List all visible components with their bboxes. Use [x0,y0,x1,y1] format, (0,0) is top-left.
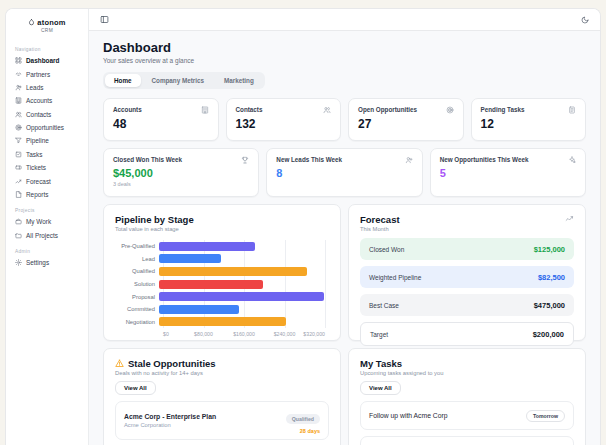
partners-icon [15,71,22,78]
sidebar-section-label: Admin [6,242,88,256]
task-row[interactable]: Follow up with Acme Corp Tomorrow [360,401,574,430]
charts-row: Pipeline by Stage Total value in each st… [103,204,586,341]
contacts-icon [15,111,22,118]
pipeline-bar-row: Proposal [115,290,329,303]
x-tick-label: $0 [163,331,169,337]
opportunity-company: Acme Corporation [124,422,216,428]
sidebar-section: Navigation Dashboard Partners Leads Acco… [6,40,88,201]
stale-opportunity-row[interactable]: Acme Corp - Enterprise Plan Acme Corpora… [115,401,329,440]
sidebar-item[interactable]: Accounts [6,94,88,107]
sidebar-item-label: Partners [26,71,50,78]
tab[interactable]: Company Metrics [143,74,214,87]
pipeline-icon [15,137,22,144]
reports-icon [15,191,22,198]
highlight-value: 5 [440,167,576,179]
sidebar-section: Projects My Work All Projects [6,201,88,242]
tickets-icon [15,164,22,171]
stage-label: Solution [115,281,159,287]
tab[interactable]: Marketing [215,74,263,87]
theme-toggle-icon[interactable] [581,16,589,24]
forecast-row: Target $200,000 [360,322,574,346]
chart-x-ticks: $0$80,000$160,000$240,000$320,000 [163,331,325,339]
sidebar-item-label: Pipeline [26,137,49,144]
dashboard-tabs: HomeCompany MetricsMarketing [103,72,265,89]
pipeline-bar [159,305,239,314]
sidebar-nav: Navigation Dashboard Partners Leads Acco… [6,40,88,269]
pipeline-bar [159,280,263,289]
pipeline-bar [159,267,307,276]
sidebar-section-label: Projects [6,201,88,215]
forecast-card: Forecast This Month Closed Won $125,000 … [348,204,586,341]
stale-title: Stale Opportunities [128,358,216,369]
sidebar-item[interactable]: Dashboard [6,54,88,67]
forecast-row-value: $82,500 [538,273,565,282]
opportunity-name: Acme Corp - Enterprise Plan [124,413,216,420]
sidebar-item[interactable]: Leads [6,81,88,94]
forecast-row-label: Weighted Pipeline [369,274,421,281]
app-window: atonom CRM Navigation Dashboard Partners… [5,8,601,445]
pipeline-bar [159,317,286,326]
dashboard-content: Dashboard Your sales overview at a glanc… [89,31,600,445]
stat-card: Contacts 132 [226,98,342,141]
tab[interactable]: Home [105,74,141,87]
highlight-card: Closed Won This Week $45,000 3 deals [103,148,259,197]
stat-value: 12 [481,117,577,131]
sidebar-item[interactable]: Tasks [6,148,88,161]
sidebar-item[interactable]: Opportunities [6,121,88,134]
stat-label: Contacts [236,106,263,113]
my-work-icon [15,218,22,225]
sidebar-item[interactable]: Reports [6,188,88,201]
pipeline-bar-row: Solution [115,278,329,291]
sidebar-item[interactable]: Pipeline [6,134,88,147]
sidebar-item[interactable]: All Projects [6,229,88,242]
sidebar-item-label: Opportunities [26,124,64,131]
stage-label: Negotiation [115,319,159,325]
forecast-subtitle: This Month [360,226,400,232]
sidebar-item-label: Contacts [26,111,51,118]
building-icon [201,106,209,114]
stale-view-all-button[interactable]: View All [115,381,156,395]
sidebar-section: Admin Settings [6,242,88,269]
all-projects-icon [15,232,22,239]
sidebar-item[interactable]: Partners [6,67,88,80]
page-subtitle: Your sales overview at a glance [103,57,586,64]
logo-product: CRM [6,28,88,33]
sidebar-item[interactable]: Contacts [6,108,88,121]
sidebar-item[interactable]: My Work [6,215,88,228]
dashboard-icon [15,57,22,64]
bar-track [159,292,325,301]
tasks-view-all-button[interactable]: View All [360,381,401,395]
forecast-row-label: Closed Won [369,246,404,253]
forecast-row-value: $125,000 [534,245,565,254]
task-row[interactable]: Prepare proposal for TechFlow Today [360,436,574,445]
highlight-subtext [440,181,576,187]
sidebar-item-label: Leads [26,84,43,91]
pipeline-bar [159,242,255,251]
sidebar-item-label: My Work [26,218,51,225]
stat-label: Open Opportunities [358,106,417,113]
highlight-card: New Leads This Week 8 [266,148,422,197]
panel-left-icon[interactable] [100,15,109,24]
sidebar-item-label: All Projects [26,232,58,239]
days-stale: 28 days [286,428,320,434]
chart-title: Pipeline by Stage [115,214,329,225]
x-tick-label: $80,000 [194,331,213,337]
task-title: Follow up with Acme Corp [369,412,448,419]
tasks-icon [15,151,22,158]
stale-list: Acme Corp - Enterprise Plan Acme Corpora… [115,401,329,445]
sidebar: atonom CRM Navigation Dashboard Partners… [6,9,89,445]
pipeline-bar [159,292,324,301]
stale-subtitle: Deals with no activity for 14+ days [115,370,329,376]
highlight-card: New Opportunities This Week 5 [430,148,586,197]
forecast-row-label: Best Case [369,302,399,309]
stat-value: 48 [113,117,209,131]
main-area: Dashboard Your sales overview at a glanc… [89,9,600,445]
settings-icon [15,259,22,266]
sidebar-item-label: Accounts [26,97,52,104]
user-plus-icon [405,156,413,164]
sidebar-item[interactable]: Tickets [6,161,88,174]
sidebar-item[interactable]: Settings [6,256,88,269]
sidebar-item-label: Tickets [26,164,46,171]
sidebar-item[interactable]: Forecast [6,174,88,187]
highlight-value: $45,000 [113,167,249,179]
